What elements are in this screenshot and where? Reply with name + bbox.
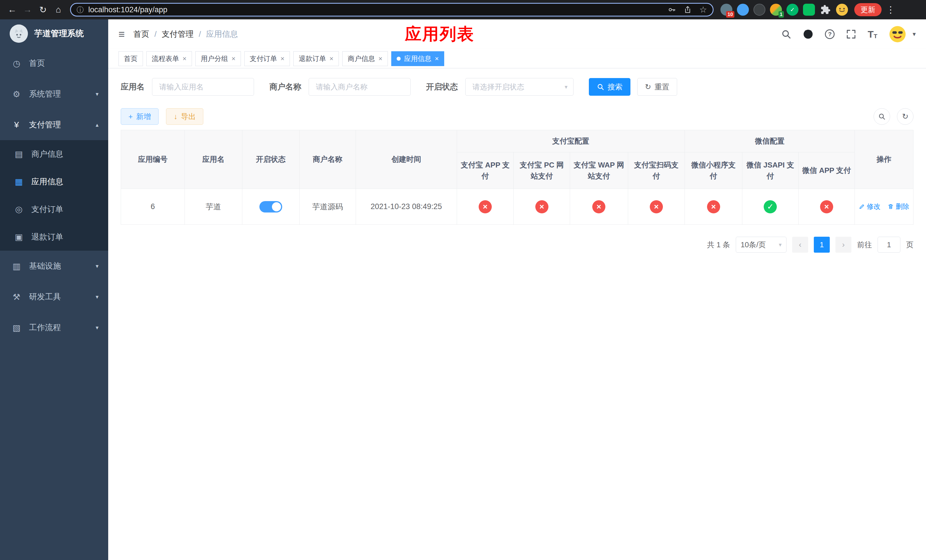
extension-icon[interactable] [754, 4, 766, 16]
browser-back-button[interactable]: ← [5, 2, 20, 17]
breadcrumb-home[interactable]: 首页 [133, 29, 149, 39]
status-select[interactable]: 请选择开启状态 ▾ [465, 78, 573, 96]
app-name-input[interactable] [152, 78, 254, 96]
col-header-wx-mini: 微信小程序支付 [685, 152, 742, 189]
page-size-select[interactable]: 10条/页 ▾ [736, 237, 787, 253]
tab-pay-orders[interactable]: 支付订单 × [244, 51, 290, 66]
browser-home-button[interactable]: ⌂ [51, 2, 66, 17]
sidebar-item-workflow[interactable]: ▧ 工作流程 ▾ [0, 312, 108, 343]
password-key-icon[interactable] [667, 5, 676, 14]
breadcrumb-payment[interactable]: 支付管理 [162, 29, 194, 39]
status-toggle[interactable] [259, 201, 282, 212]
chevron-down-icon: ▾ [96, 294, 98, 300]
tab-user-group[interactable]: 用户分组 × [195, 51, 241, 66]
edit-link[interactable]: 修改 [859, 202, 881, 211]
extension-icon[interactable] [737, 4, 749, 16]
browser-menu-icon[interactable]: ⋮ [885, 4, 896, 15]
tab-app-info[interactable]: 应用信息 × [391, 51, 444, 66]
extension-icon[interactable]: ✓ [787, 4, 799, 16]
tab-merchant-info[interactable]: 商户信息 × [342, 51, 388, 66]
workflow-icon: ▧ [11, 323, 22, 333]
font-size-icon[interactable]: TT [868, 29, 877, 39]
close-icon[interactable]: × [280, 55, 284, 62]
cell-id: 6 [121, 189, 185, 225]
next-page-button[interactable]: › [835, 237, 851, 253]
infrastructure-icon: ▥ [11, 261, 22, 271]
alipay-app-status-icon: × [479, 200, 492, 213]
sidebar-item-app-info[interactable]: ▦ 应用信息 [0, 168, 108, 195]
avatar-caret-icon[interactable]: ▾ [912, 30, 916, 38]
pagination: 共 1 条 10条/页 ▾ ‹ 1 › 前往 页 [121, 237, 914, 253]
tab-refund-orders[interactable]: 退款订单 × [293, 51, 339, 66]
sidebar-item-system[interactable]: ⚙ 系统管理 ▾ [0, 79, 108, 109]
gear-icon: ⚙ [11, 89, 22, 99]
tab-process-form[interactable]: 流程表单 × [146, 51, 192, 66]
browser-update-button[interactable]: 更新 [854, 3, 882, 16]
extensions-puzzle-icon[interactable] [820, 4, 831, 16]
col-header-alipay-qr: 支付宝扫码支付 [628, 152, 685, 189]
tab-home[interactable]: 首页 [118, 51, 143, 66]
fullscreen-icon[interactable] [846, 29, 856, 39]
logo-avatar [10, 24, 28, 43]
app-title: 芋道管理系统 [34, 28, 84, 39]
table-row: 6 芋道 芋道源码 2021-10-23 08:49:25 × × × × × … [121, 189, 914, 225]
sidebar-item-refund-orders[interactable]: ▣ 退款订单 [0, 223, 108, 251]
check-icon: ✓ [790, 6, 795, 13]
reset-button[interactable]: ↻ 重置 [637, 78, 677, 96]
download-icon: ↓ [174, 112, 177, 121]
search-icon[interactable] [781, 29, 791, 39]
close-icon[interactable]: × [232, 55, 236, 62]
profile-avatar[interactable] [836, 4, 848, 16]
browser-reload-button[interactable]: ↻ [35, 2, 51, 17]
app-name-label: 应用名 [121, 82, 145, 92]
group-header-alipay: 支付宝配置 [457, 130, 685, 152]
payment-submenu: ▤ 商户信息 ▦ 应用信息 ◎ 支付订单 ▣ 退款订单 [0, 140, 108, 251]
extension-icon[interactable]: 10 [720, 4, 732, 16]
close-icon[interactable]: × [330, 55, 333, 62]
export-button[interactable]: ↓ 导出 [166, 108, 203, 125]
app-table: 应用编号 应用名 开启状态 商户名称 创建时间 支付宝配置 微信配置 操作 支付… [121, 130, 914, 225]
sidebar: 芋道管理系统 ◷ 首页 ⚙ 系统管理 ▾ ¥ 支付管理 ▴ ▤ 商户信息 [0, 20, 108, 560]
cell-name: 芋道 [185, 189, 242, 225]
sidebar-item-pay-orders[interactable]: ◎ 支付订单 [0, 195, 108, 223]
cell-merchant: 芋道源码 [300, 189, 356, 225]
search-button[interactable]: 搜索 [589, 78, 631, 96]
prev-page-button[interactable]: ‹ [792, 237, 808, 253]
refresh-table-button[interactable]: ↻ [897, 108, 914, 125]
share-icon[interactable] [683, 5, 692, 14]
sidebar-item-merchant-info[interactable]: ▤ 商户信息 [0, 140, 108, 168]
address-bar[interactable]: ⓘ localhost:1024/pay/app ☆ [70, 3, 714, 17]
group-header-wechat: 微信配置 [685, 130, 855, 152]
toggle-search-button[interactable] [874, 108, 890, 125]
back-icon: ← [8, 5, 17, 15]
sidebar-item-devtools[interactable]: ⚒ 研发工具 ▾ [0, 282, 108, 312]
goto-page-input[interactable] [878, 237, 900, 253]
merchant-name-input[interactable] [309, 78, 411, 96]
page-1-button[interactable]: 1 [814, 237, 830, 253]
delete-link[interactable]: 删除 [888, 202, 909, 211]
sidebar-item-infrastructure[interactable]: ▥ 基础设施 ▾ [0, 251, 108, 282]
next-icon: › [842, 240, 844, 249]
merchant-name-label: 商户名称 [269, 82, 301, 92]
github-icon[interactable] [803, 29, 814, 39]
extension-icon[interactable]: 1 [770, 4, 782, 16]
breadcrumb-current: 应用信息 [206, 29, 238, 39]
yen-icon: ¥ [11, 120, 22, 130]
help-icon[interactable]: ? [825, 29, 835, 39]
site-info-icon[interactable]: ⓘ [77, 5, 84, 15]
close-icon[interactable]: × [183, 55, 186, 62]
app-frame: 芋道管理系统 ◷ 首页 ⚙ 系统管理 ▾ ¥ 支付管理 ▴ ▤ 商户信息 [0, 20, 926, 560]
col-header-wx-app: 微信 APP 支付 [799, 152, 855, 189]
header-actions: ? TT ▾ [781, 25, 916, 43]
browser-forward-button[interactable]: → [20, 2, 35, 17]
sidebar-item-home[interactable]: ◷ 首页 [0, 48, 108, 79]
close-icon[interactable]: × [435, 55, 439, 62]
add-button[interactable]: + 新增 [121, 108, 159, 125]
close-icon[interactable]: × [378, 55, 383, 62]
extension-icon[interactable] [803, 4, 815, 16]
sidebar-toggle-icon[interactable]: ≡ [118, 29, 125, 39]
sidebar-item-payment[interactable]: ¥ 支付管理 ▴ [0, 109, 108, 140]
bookmark-star-icon[interactable]: ☆ [699, 5, 707, 14]
document-icon: ▣ [14, 232, 24, 242]
user-avatar[interactable] [889, 25, 906, 43]
